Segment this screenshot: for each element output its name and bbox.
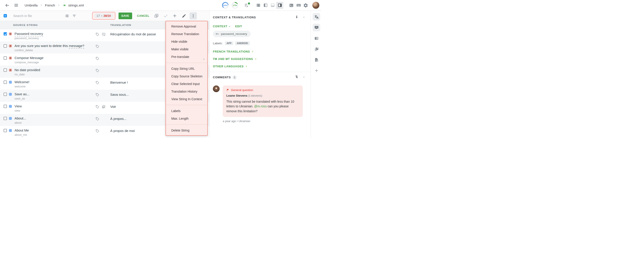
comments-icon[interactable] [312,24,320,31]
approved-progress-ring[interactable]: 17% [232,2,238,8]
hamburger-menu-icon[interactable] [12,2,20,9]
menu-item-delete-string[interactable]: Delete String [166,126,207,134]
flag-icon [226,88,230,92]
row-checkbox[interactable] [4,68,7,72]
row-checkbox[interactable] [4,105,7,108]
chevron-down-icon [228,25,231,28]
breadcrumb: Umbrella French strings.xml [24,3,84,8]
string-key: about [14,121,26,124]
pin-off-icon[interactable] [295,75,298,80]
source-string-text: About... [14,116,26,120]
breadcrumb-file-label: strings.xml [68,4,84,7]
menu-item-make-visible[interactable]: Make visible [166,46,207,53]
source-string-text: Password recovery [14,32,43,36]
menu-item-copy-source-skeleton[interactable]: Copy Source Skeleton [166,72,207,80]
back-icon[interactable] [4,2,11,9]
chevron-right-icon [251,50,254,54]
string-status-dot [9,44,12,48]
string-status-dot [9,69,12,72]
string-key: about_me [14,133,29,136]
menu-item-hide-visible[interactable]: Hide visible [166,38,207,46]
translate-icon[interactable] [312,13,320,20]
panel-collapse-chevron-icon[interactable] [302,16,305,20]
translation-text[interactable]: À propos... [110,117,126,120]
row-checkbox[interactable] [4,117,7,120]
translated-progress-ring[interactable]: 64% [222,2,228,8]
comment-author-avatar[interactable] [213,86,220,92]
save-button[interactable]: SAVE [118,12,132,19]
terminal-icon[interactable] [288,2,295,9]
context-dropdown[interactable]: CONTEXT [213,25,231,28]
add-panel-icon[interactable] [312,67,320,74]
menu-item-clear-selected-input[interactable]: Clear Selected Input [166,80,207,88]
keyboard-icon[interactable] [295,2,302,9]
settings-gear-icon[interactable] [302,2,309,9]
grid-view-icon[interactable] [255,2,262,9]
edit-pencil-icon[interactable] [180,12,188,20]
comment-type: General question [226,88,299,92]
user-mention[interactable]: @m.ross [254,104,267,108]
chevron-right-icon [254,57,257,61]
row-checkbox[interactable] [4,92,7,96]
row-checkbox[interactable] [4,44,7,48]
select-all-checkbox[interactable] [4,14,7,18]
edit-list-icon[interactable] [243,2,250,9]
right-panel-view-icon[interactable] [276,2,283,9]
notification-dot [248,2,250,5]
breadcrumb-language[interactable]: French [45,4,55,7]
section-toggle-other-languages[interactable]: OTHER LANGUAGES [213,64,305,68]
pin-icon[interactable] [295,15,298,20]
menu-item-copy-string-url[interactable]: Copy String URL [166,65,207,72]
context-card-icon[interactable] [312,34,320,42]
source-string-text: View [14,104,22,108]
menu-item-view-string-in-context[interactable]: View String In Context [166,95,207,103]
translation-text[interactable]: Bienvenue ! [110,80,128,84]
user-avatar[interactable] [312,2,319,9]
translation-text[interactable]: À propos de moi [110,129,134,133]
menu-item-remove-translation[interactable]: Remove Translation [166,30,207,38]
translation-text[interactable]: Voir [110,105,116,108]
copy-source-icon[interactable] [153,12,160,20]
filter-icon[interactable] [71,12,78,20]
row-checkbox[interactable] [4,56,7,60]
breadcrumb-project[interactable]: Umbrella [24,4,38,7]
row-checkbox[interactable] [4,32,7,36]
row-checkbox[interactable] [4,80,7,84]
approve-check-icon[interactable] [162,12,169,20]
tag-icon [96,56,99,60]
row-checkbox[interactable] [4,129,7,132]
translation-text[interactable]: Récupération du mot de passe [110,32,156,36]
bottom-panel-view-icon[interactable] [269,2,276,9]
tune-icon[interactable] [64,12,71,20]
breadcrumb-file[interactable]: strings.xml [62,3,84,8]
menu-item-labels[interactable]: Labels [166,107,207,115]
glossary-pages-icon[interactable] [312,45,320,53]
kebab-menu-icon[interactable] [190,12,197,20]
tag-icon [96,69,99,72]
file-info-icon[interactable] [312,56,320,64]
section-toggle-tm-and-mt-suggestions[interactable]: TM AND MT SUGGESTIONS [213,57,305,61]
label-pill-app[interactable]: APP [225,42,234,45]
tag-icon [96,129,99,133]
translation-text[interactable]: Sava sous... [110,92,129,96]
tag-icon [96,105,99,109]
menu-item-remove-approval[interactable]: Remove Approval [166,22,207,30]
left-panel-view-icon[interactable] [262,2,269,9]
source-string-column-header: SOURCE STRING [13,24,38,26]
edit-context-link[interactable]: EDIT [235,25,242,28]
comments-collapse-chevron-icon[interactable] [302,75,305,80]
comment-item: General question Leane Stevens (l.steven… [213,86,305,117]
cancel-button[interactable]: CANCEL [137,14,149,18]
string-counter-annotation: 17 • 28/10 [92,12,116,20]
string-key-pill[interactable]: password_recovery [213,31,251,37]
comment-author-name[interactable]: Leane Stevens [226,94,248,97]
search-input[interactable]: Search in file [13,14,64,18]
label-pill-android[interactable]: ANDROID [235,42,250,45]
menu-item-pre-translate[interactable]: Pre-translate [166,53,207,60]
menu-item-max-length[interactable]: Max. Length [166,115,207,122]
string-status-dot [9,129,12,132]
add-string-icon[interactable] [171,12,178,20]
chevron-right-icon [57,4,60,7]
menu-item-translation-history[interactable]: Translation History [166,88,207,95]
section-toggle-french-translations[interactable]: FRENCH TRANSLATIONS [213,50,305,54]
